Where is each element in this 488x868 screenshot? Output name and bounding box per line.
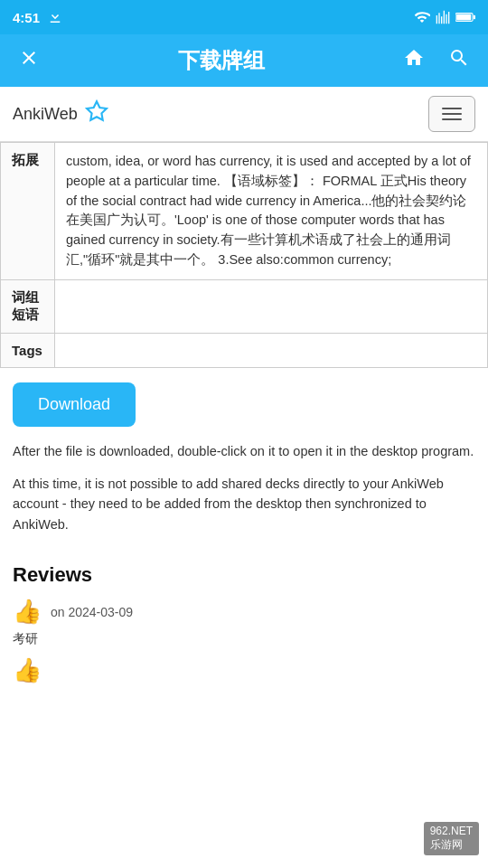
reviews-title: Reviews	[13, 563, 475, 587]
review-item-2: 👍	[13, 656, 475, 684]
hamburger-line-3	[442, 118, 462, 120]
watermark-text: 962.NET	[430, 825, 473, 837]
hamburger-line-1	[442, 108, 462, 109]
home-button[interactable]	[398, 47, 430, 74]
info-text-2: At this time, it is not possible to add …	[13, 474, 475, 534]
status-bar-right	[414, 9, 475, 25]
status-bar-left: 4:51	[13, 9, 63, 25]
ankiweb-header: AnkiWeb	[0, 87, 488, 142]
svg-rect-1	[474, 15, 475, 19]
star-icon	[85, 99, 108, 128]
info-text-1: After the file is downloaded, double-cli…	[13, 441, 475, 461]
thumbs-up-icon: 👍	[13, 598, 42, 626]
svg-marker-3	[87, 101, 107, 120]
row-label-expand: 拓展	[1, 143, 55, 280]
download-status-icon	[47, 9, 63, 25]
review-meta: 👍 on 2024-03-09	[13, 598, 475, 626]
reviews-section: Reviews 👍 on 2024-03-09 考研 👍	[0, 560, 488, 706]
search-button[interactable]	[443, 47, 475, 74]
signal-icon	[436, 9, 450, 25]
hamburger-line-2	[442, 113, 462, 115]
close-button[interactable]	[13, 47, 45, 74]
wifi-icon	[414, 9, 430, 25]
thumbs-up-icon-2: 👍	[13, 656, 42, 684]
hamburger-menu-button[interactable]	[428, 96, 475, 132]
top-nav: 下载牌组	[0, 34, 488, 87]
review-item: 👍 on 2024-03-09 考研	[13, 598, 475, 647]
row-text-phrases	[55, 279, 488, 333]
content-table: 拓展 custom, idea, or word has currency, i…	[0, 142, 488, 368]
watermark-subtext: 乐游网	[430, 838, 463, 851]
status-bar: 4:51	[0, 0, 488, 34]
table-row-expand: 拓展 custom, idea, or word has currency, i…	[1, 143, 488, 280]
download-section: Download	[0, 368, 488, 438]
table-row-phrases: 词组 短语	[1, 279, 488, 333]
review-text: 考研	[13, 631, 475, 647]
status-time: 4:51	[13, 10, 40, 25]
watermark: 962.NET 乐游网	[424, 822, 479, 855]
row-label-tags: Tags	[1, 333, 55, 367]
ankiweb-logo: AnkiWeb	[13, 99, 108, 128]
row-text-tags	[55, 333, 488, 367]
download-button[interactable]: Download	[13, 382, 136, 427]
review-date: on 2024-03-09	[51, 605, 133, 619]
battery-icon	[455, 11, 475, 24]
info-section: After the file is downloaded, double-cli…	[0, 438, 488, 561]
page-title: 下载牌组	[45, 46, 398, 75]
svg-rect-2	[456, 14, 471, 21]
table-row-tags: Tags	[1, 333, 488, 367]
review-meta-2: 👍	[13, 656, 475, 684]
ankiweb-text: AnkiWeb	[13, 105, 78, 124]
row-label-phrases: 词组 短语	[1, 279, 55, 333]
row-text-expand: custom, idea, or word has currency, it i…	[55, 143, 488, 280]
